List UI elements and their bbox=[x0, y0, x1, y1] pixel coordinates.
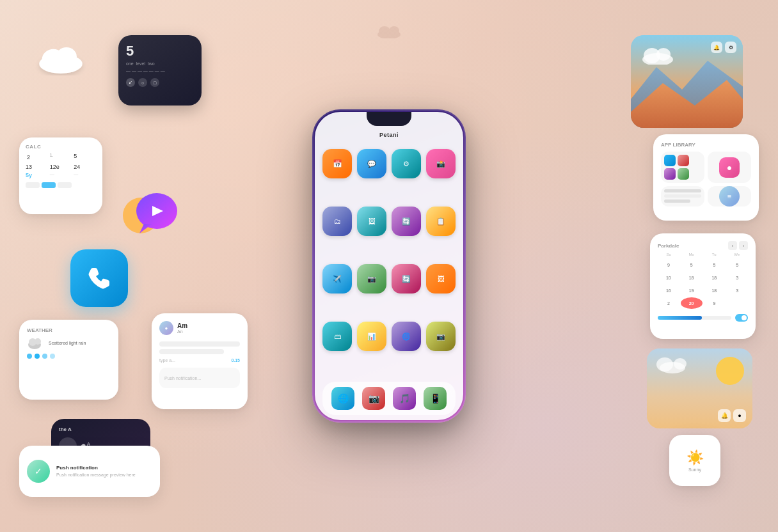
app-icon-cam2[interactable]: 📷 bbox=[426, 322, 456, 351]
cal-day-5b[interactable]: 5 bbox=[704, 259, 726, 270]
ai-stat2: 0.15 bbox=[231, 358, 240, 363]
cal-controls: ‹ › bbox=[728, 241, 748, 250]
app-icon-chart[interactable]: 📊 bbox=[357, 322, 386, 351]
cal-next[interactable]: › bbox=[739, 241, 748, 250]
weather-dot-2 bbox=[35, 354, 40, 359]
app-icon-gallery[interactable]: 🖼 bbox=[357, 207, 386, 236]
weather-dot-1 bbox=[27, 354, 32, 359]
app-lib-q2: ● bbox=[708, 152, 751, 183]
calc-val8: — bbox=[50, 172, 72, 178]
dock-icon-phone[interactable]: 📱 bbox=[424, 387, 447, 410]
dock-icon-camera[interactable]: 📷 bbox=[362, 387, 385, 410]
widget-scenic-topright: 🔔 ⚙ bbox=[631, 35, 743, 128]
cal-progress-fill bbox=[658, 316, 702, 320]
top-center-decoration bbox=[376, 26, 402, 41]
cal-day-3b[interactable]: 3 bbox=[726, 285, 748, 296]
weather-dot-3 bbox=[42, 354, 47, 359]
calc-val3: 5 bbox=[74, 153, 96, 162]
lib-icon3[interactable] bbox=[664, 168, 676, 180]
dock-icon-browser[interactable]: 🌐 bbox=[331, 387, 354, 410]
ai-bar1 bbox=[159, 341, 240, 347]
cal-day-9[interactable]: 9 bbox=[658, 259, 679, 270]
calc-btn3[interactable] bbox=[58, 182, 72, 188]
cal-toggle-knob bbox=[742, 315, 747, 320]
app-icon-files[interactable]: 🗂 bbox=[322, 207, 352, 236]
cal-day-5c[interactable]: 5 bbox=[726, 259, 748, 270]
cal-hdr-2: Mo bbox=[681, 253, 703, 256]
small-weather-label: Sunny bbox=[688, 467, 701, 472]
app-icon-camera[interactable]: 📸 bbox=[426, 149, 456, 178]
cal-toggle[interactable] bbox=[735, 314, 748, 322]
calc-btn2[interactable] bbox=[42, 182, 56, 188]
lib-bar3 bbox=[664, 199, 690, 203]
small-weather-icon: ☀️ bbox=[687, 450, 704, 466]
cal-day-empty bbox=[726, 297, 748, 309]
phone-screen: Petani 📅 💬 ⚙ 📸 🗂 🖼 🔄 📋 ✈️ 📷 🔄 🖼 🗃 bbox=[315, 112, 463, 420]
widget-app-library: APP LIBRARY ● bbox=[653, 134, 759, 221]
app-icon-chat[interactable]: 💬 bbox=[357, 149, 386, 178]
notification-widget: ✓ Push notification Push notification me… bbox=[19, 446, 160, 497]
lib-large-icon[interactable]: ● bbox=[719, 157, 740, 178]
dark-widget-icons: ↙ ○ □ bbox=[126, 78, 194, 87]
dark-line1: one level two bbox=[126, 61, 155, 66]
lib-icon1[interactable] bbox=[664, 155, 676, 166]
app-icon-archive[interactable]: 🗃 bbox=[322, 322, 352, 351]
app-icon-photo[interactable]: 📷 bbox=[357, 264, 386, 293]
dark-widget-number: 5 bbox=[126, 43, 194, 59]
lib-icon4[interactable] bbox=[678, 168, 689, 180]
weather-text: Scattered light rain bbox=[49, 341, 86, 345]
cal-day-18b[interactable]: 18 bbox=[704, 272, 726, 283]
cal-day-9b[interactable]: 9 bbox=[704, 297, 726, 309]
notif-text-area: Push notification Push notification mess… bbox=[56, 465, 152, 478]
cal-day-18c[interactable]: 18 bbox=[704, 285, 726, 296]
widget-dark-topleft: 5 one level two — — — — — — — ↙ ○ □ bbox=[118, 35, 202, 106]
cal-prev[interactable]: ‹ bbox=[728, 241, 737, 250]
cloud-svg-tr bbox=[640, 47, 676, 65]
cal-day-3a[interactable]: 3 bbox=[726, 272, 748, 283]
svg-point-17 bbox=[716, 357, 744, 385]
app-icon-image[interactable]: 🖼 bbox=[426, 264, 456, 293]
app-icon-calendar[interactable]: 📅 bbox=[322, 149, 352, 178]
cal-progress-bar bbox=[658, 316, 731, 320]
cal-day-18a[interactable]: 18 bbox=[681, 272, 703, 283]
notif-icon-glyph: ✓ bbox=[35, 466, 42, 476]
calc-val2: 1. bbox=[50, 153, 72, 162]
app-icon-sync[interactable]: 🔄 bbox=[392, 207, 421, 236]
cal-day-10[interactable]: 10 bbox=[658, 272, 679, 283]
lib-bar2 bbox=[664, 194, 701, 198]
app-icon-notes[interactable]: 📋 bbox=[426, 207, 456, 236]
cal-hdr-3: Tu bbox=[703, 253, 726, 256]
cal-day-5a[interactable]: 5 bbox=[681, 259, 703, 270]
cal-grid: 9 5 5 5 10 18 18 3 16 19 18 3 2 20 9 bbox=[658, 259, 748, 309]
calc-btn1[interactable] bbox=[26, 182, 40, 188]
svg-point-2 bbox=[56, 47, 77, 65]
weather-description: Scattered light rain bbox=[49, 341, 86, 345]
cal-hdr-1: Su bbox=[658, 253, 680, 256]
app-icon-travel[interactable]: ✈️ bbox=[322, 264, 352, 293]
calc-val4: 13 bbox=[26, 164, 48, 170]
cal-header: Parkdale ‹ › bbox=[658, 241, 748, 250]
lib-circle-icon[interactable]: ≡ bbox=[719, 186, 740, 207]
phone-app-icon[interactable] bbox=[70, 249, 128, 307]
scenic-tr-icons: 🔔 ⚙ bbox=[711, 42, 736, 53]
weather-cloud-icon bbox=[27, 336, 45, 350]
app-icon-settings[interactable]: ⚙ bbox=[392, 149, 421, 178]
lib-icon2[interactable] bbox=[678, 155, 689, 166]
svg-point-15 bbox=[656, 48, 671, 61]
deco-cloud-svg bbox=[376, 26, 402, 38]
cal-day-19[interactable]: 19 bbox=[681, 285, 703, 296]
svg-point-22 bbox=[379, 26, 390, 36]
app-grid: 📅 💬 ⚙ 📸 🗂 🖼 🔄 📋 ✈️ 📷 🔄 🖼 🗃 📊 🌀 📷 bbox=[315, 144, 463, 379]
ai-input-area[interactable]: Push notification... bbox=[159, 368, 240, 388]
cloud-icon-topleft bbox=[35, 38, 86, 77]
cal-day-2[interactable]: 2 bbox=[658, 297, 679, 309]
app-icon-spiral[interactable]: 🌀 bbox=[392, 322, 421, 351]
dock-icon-music[interactable]: 🎵 bbox=[393, 387, 416, 410]
weather-dot-4 bbox=[50, 354, 55, 359]
cal-day-16[interactable]: 16 bbox=[658, 285, 679, 296]
ai-title-group: Am An bbox=[177, 322, 187, 334]
cal-day-20-today[interactable]: 20 bbox=[681, 297, 703, 309]
cloud-svg bbox=[35, 40, 86, 75]
app-icon-refresh[interactable]: 🔄 bbox=[392, 264, 421, 293]
weather-widget-title: WEATHER bbox=[27, 327, 111, 333]
